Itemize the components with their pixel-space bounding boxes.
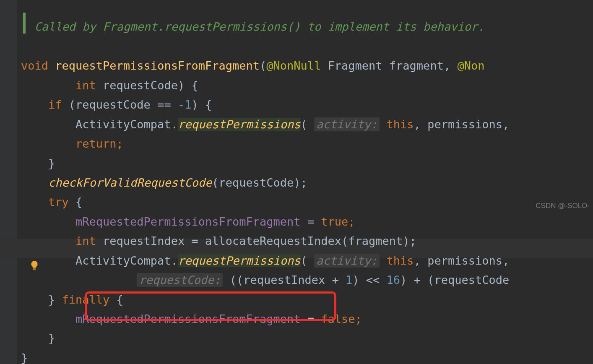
assign-eq: = [300, 312, 321, 325]
field-mRequested-2: mRequestedPermissionsFromFragment [75, 312, 300, 325]
literal-true: true [321, 215, 348, 228]
call-requestPermissions: requestPermissions [178, 118, 301, 131]
param-hint-activity: activity: [314, 117, 380, 131]
keyword-return: return [75, 137, 117, 150]
param-hint-activity-2: activity: [314, 254, 380, 268]
keyword-this-2: this [387, 254, 414, 267]
literal-1: 1 [346, 273, 352, 286]
assign-eq: = [300, 215, 321, 228]
brace-close: } [48, 293, 62, 306]
args-permissions: , permissions, [414, 118, 510, 131]
args-permissions-2: , permissions, [414, 254, 510, 267]
args-requestcode: (requestCode); [212, 176, 307, 189]
expr-1: ((requestIndex + [223, 273, 346, 286]
javadoc-line: Called by Fragment.requestPermissions() … [35, 20, 485, 33]
class-ref: ActivityCompat. [75, 254, 178, 267]
condition: (requestCode == [62, 98, 178, 111]
literal-neg1: -1 [178, 98, 192, 111]
field-mRequested: mRequestedPermissionsFromFragment [75, 215, 300, 228]
keyword-if: if [48, 98, 62, 111]
condition-close: ) { [191, 98, 212, 111]
keyword-int: int [75, 234, 96, 247]
semicolon: ; [355, 312, 362, 325]
watermark: CSDN @-SOLO- [536, 200, 590, 212]
brace-close: } [21, 351, 28, 364]
method-name: requestPermissionsFromFragment [55, 59, 260, 72]
keyword-void: void [21, 59, 48, 72]
brace-open: { [109, 293, 123, 306]
gutter [0, 0, 17, 364]
keyword-this: this [387, 118, 414, 131]
args-fragment: (fragment); [341, 234, 416, 247]
brace-close: } [48, 157, 55, 170]
semicolon: ; [348, 215, 355, 228]
keyword-try: try [48, 195, 69, 208]
annotation-nonnull-2: @Non [457, 59, 484, 72]
expr-shift: ) << [352, 273, 386, 286]
keyword-finally: finally [62, 293, 110, 306]
brace-close: } [48, 332, 55, 345]
semicolon: ; [117, 137, 123, 150]
local-requestIndex: requestIndex = [96, 234, 205, 247]
param-requestcode: requestCode) { [96, 79, 198, 92]
lightbulb-icon[interactable] [2, 238, 14, 251]
call-allocate: allocateRequestIndex [205, 234, 341, 247]
param-type: Fragment [321, 59, 389, 72]
literal-16: 16 [387, 273, 401, 286]
param-hint-requestcode: requestCode: [137, 273, 223, 287]
code-block[interactable]: Called by Fragment.requestPermissions() … [21, 0, 509, 364]
keyword-int: int [75, 79, 96, 92]
annotation-nonnull: @NonNull [266, 59, 321, 72]
call-requestPermissions-2: requestPermissions [178, 254, 301, 267]
literal-false: false [321, 312, 355, 325]
code-editor[interactable]: Called by Fragment.requestPermissions() … [0, 0, 593, 214]
class-ref: ActivityCompat. [75, 118, 178, 131]
brace-open: { [69, 195, 83, 208]
param-name: fragment [389, 59, 444, 72]
expr-2: ) + (requestCode [400, 273, 509, 286]
call-checkvalid: checkForValidRequestCode [48, 176, 212, 189]
